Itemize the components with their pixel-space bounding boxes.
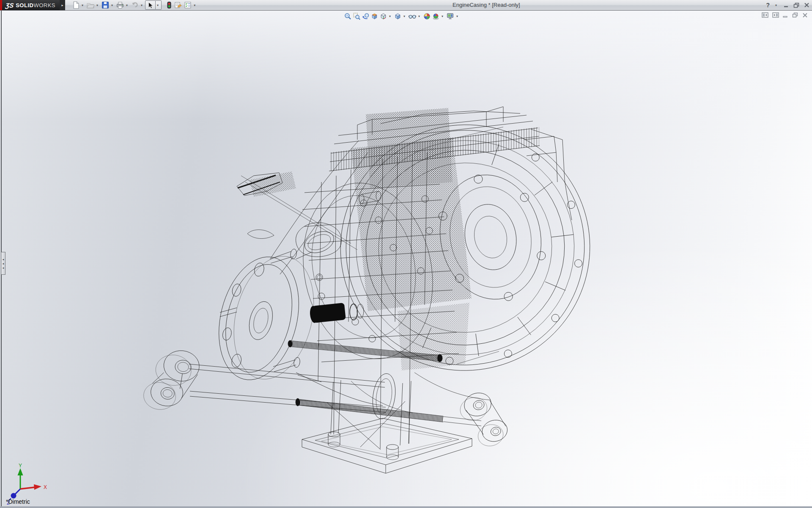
feature-manager-expand-tab[interactable]: ◂ ◂ ◂ (1, 252, 5, 275)
status-bar-edge (0, 506, 812, 508)
open-icon (87, 1, 94, 9)
open-button[interactable] (86, 0, 95, 10)
close-button[interactable] (804, 3, 809, 8)
view-settings-icon (447, 13, 454, 20)
options-icon (184, 1, 192, 9)
display-style-icon (394, 13, 401, 20)
doc-close-button[interactable] (802, 13, 808, 18)
restore-button[interactable] (793, 3, 800, 8)
restore-icon (793, 3, 800, 8)
dropdown-icon[interactable]: ▾ (126, 3, 128, 7)
help-button[interactable]: ? (766, 2, 770, 8)
apply-scene-button[interactable] (431, 12, 440, 20)
menu-expand-button[interactable]: ▸ (60, 0, 65, 10)
dropdown-icon[interactable]: ▾ (418, 14, 420, 18)
dropdown-icon[interactable]: ▾ (111, 3, 113, 7)
dropdown-icon[interactable]: ▾ (141, 3, 143, 7)
print-button[interactable] (115, 0, 125, 10)
new-document-icon (72, 1, 80, 9)
rebuild-traffic-light-icon (166, 1, 173, 9)
select-tool-button[interactable] (145, 0, 156, 10)
dropdown-icon[interactable]: ▾ (96, 3, 98, 7)
view-orientation-button[interactable] (379, 12, 388, 20)
view-orientation-label: *Dimetric (6, 498, 30, 505)
apply-scene-icon (432, 13, 439, 20)
edit-appearance-button[interactable] (422, 12, 431, 20)
hide-show-items-button[interactable] (408, 12, 417, 20)
dropdown-icon: ▾ (157, 3, 159, 7)
pane-collapse-icon: ◂ (3, 266, 4, 269)
minimize-icon (784, 3, 789, 8)
logo-text-works: WORKS (33, 2, 55, 8)
save-icon (102, 1, 109, 9)
new-document-button[interactable] (71, 0, 80, 10)
undo-button[interactable] (130, 0, 140, 10)
view-orientation-icon (380, 13, 387, 20)
dropdown-icon[interactable]: ▾ (82, 3, 83, 7)
heads-up-view-toolbar: ▾ ▾ ▾ ▾ (343, 12, 461, 20)
minimize-button[interactable] (784, 3, 789, 8)
window-title: EngineCasing * [Read-only] (453, 0, 520, 10)
close-icon (804, 3, 809, 8)
triad-x-label: X (44, 484, 47, 490)
eyeglasses-icon (409, 13, 416, 20)
zoom-to-fit-icon (344, 13, 351, 20)
rebuild-button[interactable] (165, 0, 173, 10)
save-button[interactable] (101, 0, 110, 10)
select-tool-dropdown[interactable]: ▾ (156, 0, 162, 10)
title-bar: ƷS SOLIDWORKS ▸ ▾ ▾ ▾ ▾ (0, 0, 812, 11)
pane-collapse-icon: ◂ (3, 262, 4, 265)
appearance-ball-icon (423, 13, 431, 20)
dropdown-icon[interactable]: ▾ (775, 3, 777, 7)
document-window-controls (762, 12, 808, 18)
options-button[interactable] (183, 0, 192, 10)
file-properties-icon (174, 1, 182, 9)
file-properties-button[interactable] (173, 0, 183, 10)
collapse-left-pane-button[interactable] (762, 12, 768, 18)
select-cursor-icon (147, 2, 154, 9)
display-style-button[interactable] (393, 12, 402, 20)
logo-text-solid: SOLID (16, 2, 33, 8)
solidworks-logo-icon: ƷS (5, 2, 14, 9)
menu-arrow-icon: ▸ (62, 3, 63, 7)
solidworks-logo: ƷS SOLIDWORKS (2, 0, 60, 10)
doc-restore-button[interactable] (792, 12, 798, 18)
previous-view-icon (362, 13, 369, 20)
dropdown-icon[interactable]: ▾ (456, 14, 458, 18)
pane-collapse-icon: ◂ (3, 258, 4, 261)
print-icon (116, 1, 124, 9)
undo-icon (131, 1, 139, 9)
section-view-button[interactable] (370, 12, 379, 20)
dropdown-icon[interactable]: ▾ (389, 14, 391, 18)
collapse-right-pane-button[interactable] (772, 12, 779, 18)
view-settings-button[interactable] (446, 12, 455, 20)
graphics-viewport[interactable] (0, 11, 812, 506)
zoom-to-area-button[interactable] (352, 12, 361, 20)
triad-y-label: Y (19, 463, 22, 469)
section-view-icon (371, 13, 378, 20)
previous-view-button[interactable] (361, 12, 370, 20)
dropdown-icon[interactable]: ▾ (194, 3, 195, 7)
dropdown-icon[interactable]: ▾ (442, 14, 443, 18)
dropdown-icon[interactable]: ▾ (403, 14, 405, 18)
zoom-to-area-icon (353, 13, 360, 20)
doc-minimize-button[interactable] (783, 13, 788, 18)
zoom-to-fit-button[interactable] (343, 12, 352, 20)
